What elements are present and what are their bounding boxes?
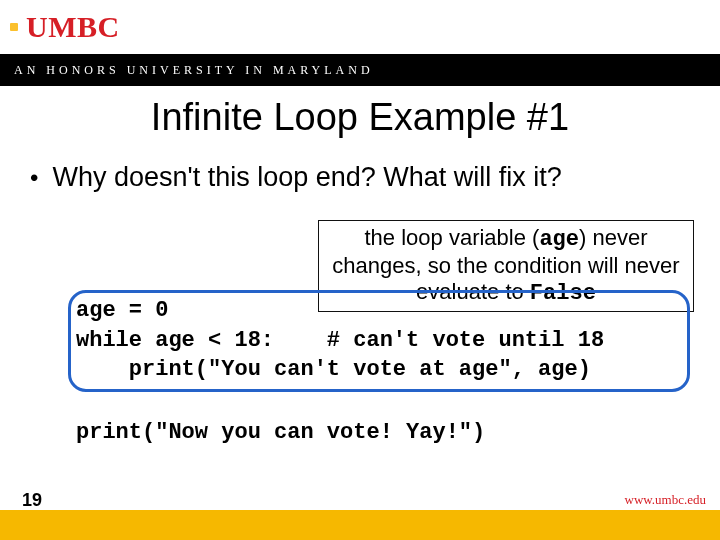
org-logo-text: UMBC bbox=[26, 10, 120, 44]
slide: UMBC AN HONORS UNIVERSITY IN MARYLAND In… bbox=[0, 0, 720, 540]
bullet-text: Why doesn't this loop end? What will fix… bbox=[52, 162, 561, 193]
footer-top: 19 www.umbc.edu bbox=[0, 490, 720, 510]
site-url: www.umbc.edu bbox=[625, 492, 706, 508]
code-boxed: age = 0 while age < 18: # can't vote unt… bbox=[76, 296, 604, 385]
bullet-icon: • bbox=[30, 166, 38, 190]
honors-bar: AN HONORS UNIVERSITY IN MARYLAND bbox=[0, 54, 720, 86]
callout-var: age bbox=[539, 227, 579, 252]
logo-row: UMBC bbox=[0, 0, 720, 54]
callout-prefix: the loop variable ( bbox=[365, 225, 540, 250]
slide-number: 19 bbox=[22, 490, 42, 511]
footer-band: 19 www.umbc.edu bbox=[0, 490, 720, 540]
code-after: print("Now you can vote! Yay!") bbox=[76, 420, 485, 445]
header-band: UMBC AN HONORS UNIVERSITY IN MARYLAND bbox=[0, 0, 720, 86]
logo-bullet-icon bbox=[10, 23, 18, 31]
gold-bar bbox=[0, 510, 720, 540]
bullet-row: • Why doesn't this loop end? What will f… bbox=[30, 162, 690, 193]
org-subtitle: AN HONORS UNIVERSITY IN MARYLAND bbox=[14, 63, 374, 78]
page-title: Infinite Loop Example #1 bbox=[0, 96, 720, 139]
